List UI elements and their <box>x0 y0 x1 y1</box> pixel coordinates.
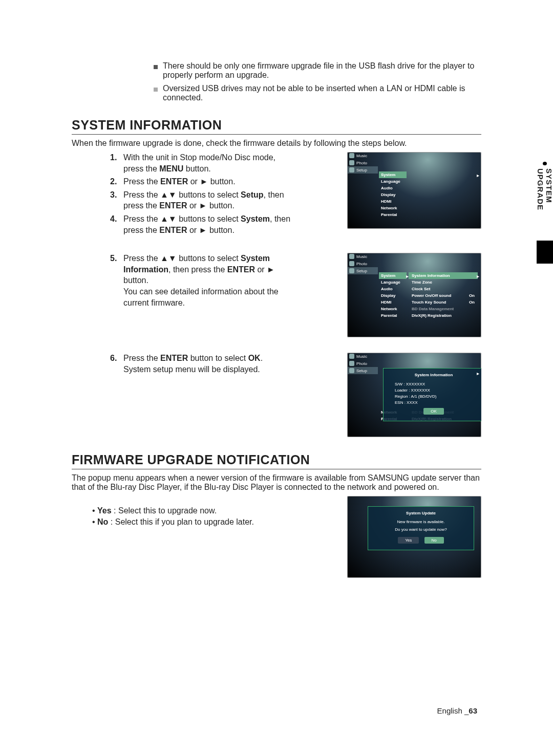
menu-item-audio: Audio <box>379 286 407 292</box>
button-label: OK <box>248 354 261 362</box>
step-body: Press the ENTER or ► button. <box>123 176 236 187</box>
bullet-icon <box>543 162 547 165</box>
menu-item-time-zone: Time Zone <box>409 279 478 286</box>
top-note-list: There should be only one firmware upgrad… <box>154 61 481 102</box>
square-bullet-icon <box>154 65 158 69</box>
system-update-dialog: System Update New firmware is available.… <box>368 506 474 550</box>
menu-item-system: System <box>379 272 407 279</box>
option-yes: • Yes : Select this to upgrade now. <box>92 506 276 515</box>
side-tab-thumb <box>537 241 553 264</box>
screenshot-system-info-popup: Music Photo Setup Network Parental BD Da… <box>347 353 481 437</box>
no-button[interactable]: No <box>424 537 444 544</box>
option-label: No <box>97 517 108 526</box>
info-loader: Loader : XXXXXXX <box>395 387 480 394</box>
menu-item-network: Network <box>379 306 407 312</box>
steps-1-4: 1. With the unit in Stop mode/No Disc mo… <box>110 152 294 237</box>
sidebar-item-photo: Photo <box>356 361 367 366</box>
note-item: There should be only one firmware upgrad… <box>154 61 481 80</box>
step-number: 6. <box>110 353 123 364</box>
page-footer: English _63 <box>437 706 477 715</box>
step-1: 1. With the unit in Stop mode/No Disc mo… <box>110 152 294 174</box>
step-body: Press the ▲▼ buttons to select System, t… <box>123 213 294 235</box>
section-heading-firmware-notification: FIRMWARE UPGRADE NOTIFICATION <box>72 452 481 469</box>
step-3: 3. Press the ▲▼ buttons to select Setup,… <box>110 189 294 211</box>
side-tab-label: SYSTEM UPGRADE <box>537 159 553 239</box>
step-body: Press the ENTER button to select OK. Sys… <box>123 353 263 375</box>
menu-item-audio: Audio <box>379 185 407 191</box>
screenshot-system-menu: Music Photo Setup System Language Audio … <box>347 253 481 337</box>
menu-item-system: System <box>379 171 407 178</box>
photo-icon <box>349 361 354 366</box>
intro-text: When the firmware upgrade is done, check… <box>72 139 481 148</box>
sidebar-item-photo: Photo <box>356 161 367 165</box>
sidebar-item-setup: Setup <box>356 269 367 273</box>
button-label: ENTER <box>160 354 188 362</box>
menu-item-hdmi: HDMI <box>379 299 407 306</box>
value-on: On <box>469 293 475 298</box>
system-info-dialog: System Information S/W : XXXXXXX Loader … <box>383 368 481 421</box>
note-item: Oversized USB drives may not be able to … <box>154 84 481 102</box>
menu-item-power-sound: Power On/Off soundOn <box>409 292 478 299</box>
music-icon <box>349 254 354 259</box>
menu-item-clock-set: Clock Set <box>409 286 478 292</box>
menu-item-divx: DivX(R) Registration <box>409 312 478 319</box>
step-number: 1. <box>110 152 123 163</box>
option-label: Yes <box>97 506 112 515</box>
info-esn: ESN : XXXX <box>395 400 480 406</box>
button-label: ENTER <box>159 226 187 234</box>
step-6-block: 6. Press the ENTER button to select OK. … <box>110 353 294 377</box>
menu-item-hdmi: HDMI <box>379 198 407 205</box>
sidebar-item-setup: Setup <box>356 369 367 373</box>
square-bullet-icon <box>154 88 158 92</box>
sidebar-item-setup: Setup <box>356 168 367 172</box>
menu-name: Setup <box>241 190 263 199</box>
dialog-body: S/W : XXXXXXX Loader : XXXXXXX Region : … <box>395 381 480 406</box>
menu-item-display: Display <box>379 191 407 198</box>
step-4: 4. Press the ▲▼ buttons to select System… <box>110 213 294 235</box>
step-body: With the unit in Stop mode/No Disc mode,… <box>123 152 294 174</box>
button-label: ENTER <box>227 265 255 274</box>
menu-item-display: Display <box>379 292 407 299</box>
menu-name: System <box>241 214 270 223</box>
intro-text: The popup menu appears when a newer vers… <box>72 473 481 492</box>
step-2: 2. Press the ENTER or ► button. <box>110 176 294 187</box>
step-body: Press the ▲▼ buttons to select Setup, th… <box>123 189 294 211</box>
menu-item-touch-sound: Touch Key SoundOn <box>409 299 478 306</box>
photo-icon <box>349 160 354 165</box>
music-icon <box>349 153 354 158</box>
menu-item-bd-management: BD Data Management <box>409 306 478 312</box>
note-text: There should be only one firmware upgrad… <box>163 61 481 80</box>
gear-icon <box>349 268 354 273</box>
footer-language: English <box>437 706 462 715</box>
gear-icon <box>349 167 354 172</box>
step-number: 2. <box>110 176 123 187</box>
step-number: 5. <box>110 253 123 264</box>
sidebar-item-music: Music <box>356 254 367 259</box>
photo-icon <box>349 261 354 266</box>
screenshot-setup-menu: Music Photo Setup System Language Audio … <box>347 152 481 229</box>
value-on: On <box>469 300 475 305</box>
dialog-title: System Update <box>372 511 470 515</box>
button-label: MENU <box>159 164 183 173</box>
section-heading-system-info: SYSTEM INFORMATION <box>72 118 481 135</box>
section-side-tab: SYSTEM UPGRADE <box>537 154 553 264</box>
menu-item-system-information: System Information <box>409 272 478 279</box>
option-no: • No : Select this if you plan to upgrad… <box>92 517 276 527</box>
step-6: 6. Press the ENTER button to select OK. … <box>110 353 294 375</box>
menu-item-parental: Parental <box>379 211 407 218</box>
step-5: 5. Press the ▲▼ buttons to select System… <box>110 253 294 308</box>
note-text: Oversized USB drives may not be able to … <box>163 84 481 102</box>
dialog-line-2: Do you want to update now? <box>372 527 470 532</box>
yes-button[interactable]: Yes <box>398 537 419 544</box>
button-label: ENTER <box>160 177 188 186</box>
ok-button[interactable]: OK <box>423 408 444 415</box>
dialog-line-1: New firmware is available. <box>372 520 470 524</box>
button-label: ENTER <box>159 201 187 210</box>
step-number: 3. <box>110 189 123 201</box>
step-body: Press the ▲▼ buttons to select System In… <box>123 253 294 308</box>
music-icon <box>349 354 354 359</box>
sidebar-item-music: Music <box>356 354 367 359</box>
nav-arrow-icon: ▸ <box>406 273 409 279</box>
menu-item-parental: Parental <box>379 312 407 319</box>
page-number: 63 <box>469 706 477 715</box>
